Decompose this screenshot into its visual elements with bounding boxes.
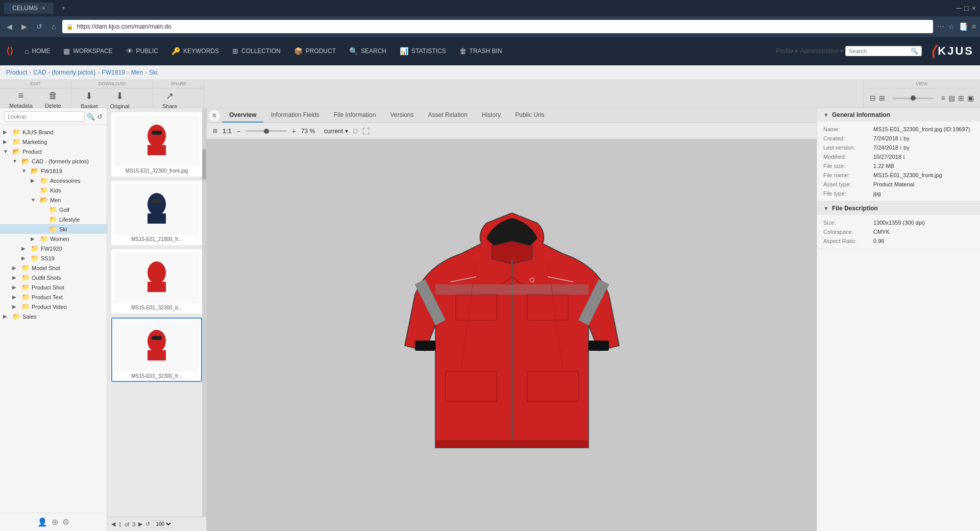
sidebar-item-kids[interactable]: 📁 Kids [0,185,107,195]
profile-dropdown[interactable]: Profile ▾ [776,47,798,55]
nav-workspace[interactable]: ▦ WORKSPACE [57,37,118,65]
sidebar-item-fw1920[interactable]: ▶ 📁 FW1920 [0,244,107,253]
nav-keywords[interactable]: 🔑 KEYWORDS [165,37,225,65]
toggle-ss19[interactable]: ▶ [21,255,29,261]
version-toggle[interactable]: □ [353,127,357,135]
toggle-product-text[interactable]: ▶ [12,294,19,300]
browser-tab[interactable]: CELUMS × [4,3,54,14]
sidebar-item-marketing[interactable]: ▶ 📁 Marketing [0,137,107,147]
breadcrumb-cad[interactable]: CAD - (formerly pictos) [33,69,95,76]
toggle-women[interactable]: ▶ [31,236,38,242]
back-btn[interactable]: ◀ [4,21,15,32]
forward-btn[interactable]: ▶ [19,21,30,32]
sidebar-item-cad[interactable]: ▼ 📂 CAD - (formerly pictos) [0,156,107,166]
breadcrumb-product[interactable]: Product [6,69,27,76]
toggle-product-shot[interactable]: ▶ [12,284,19,290]
nav-public[interactable]: 👁 PUBLIC [120,37,164,65]
next-page-btn[interactable]: ▶ [138,521,142,527]
tab-file-information[interactable]: File Information [327,108,383,123]
sidebar-item-product-shot[interactable]: ▶ 📁 Product Shot [0,282,107,292]
toggle-cad[interactable]: ▼ [12,158,19,164]
delete-btn[interactable]: 🗑 Delete [40,88,66,111]
asset-thumb-1[interactable]: MS15-E01_32300_front.jpg [111,112,202,177]
basket-btn[interactable]: ⬇ Basket [76,88,103,111]
close-window-btn[interactable]: × [972,4,976,12]
toggle-sales[interactable]: ▶ [3,313,10,319]
sidebar-item-lifestyle[interactable]: 📁 Lifestyle [0,214,107,224]
sidebar-layers-icon[interactable]: ⊕ [52,517,58,527]
sidebar-item-fw1819[interactable]: ▼ 📂 FW1819 [0,166,107,176]
grid-view-2-btn[interactable]: ⊞ [879,94,885,102]
sidebar-item-product[interactable]: ▼ 📂 Product [0,147,107,156]
home-btn[interactable]: ⌂ [49,21,58,32]
toggle-kjus-brand[interactable]: ▶ [3,129,10,135]
nav-statistics[interactable]: 📊 STATISTICS [394,37,452,65]
toggle-outfit-shots[interactable]: ▶ [12,275,19,280]
per-page-select[interactable]: 100 50 25 [153,520,173,528]
metadata-btn[interactable]: ≡ Metadata [4,88,38,111]
fullscreen-btn[interactable]: ⛶ [362,127,370,135]
nav-collection[interactable]: ⊞ COLLECTION [226,37,287,65]
prop-section-file-desc-header[interactable]: ▼ File Description [817,202,980,215]
asset-thumb-2[interactable]: MS15-E01_21800_fr... [111,181,202,245]
nav-search[interactable]: 🔍 SEARCH [343,37,393,65]
sidebar-item-sales[interactable]: ▶ 📁 Sales [0,311,107,321]
header-search-input[interactable] [849,48,911,54]
sidebar-item-product-text[interactable]: ▶ 📁 Product Text [0,292,107,302]
toggle-fw1920[interactable]: ▶ [21,246,29,251]
list-view-btn[interactable]: ≡ [941,94,945,102]
sidebar-item-ski[interactable]: 📁 Ski [0,224,107,234]
zoom-slider[interactable] [246,130,287,132]
tile-view-btn[interactable]: ▣ [967,94,974,102]
asset-thumb-3[interactable]: MS15-E01_32300_b... [111,249,202,313]
lookup-search-btn[interactable]: 🔍 [87,113,95,120]
reload-btn[interactable]: ↺ [34,21,45,32]
maximize-btn[interactable]: □ [964,4,968,12]
sidebar-user-icon[interactable]: 👤 [37,517,47,527]
sidebar-item-accessoires[interactable]: ▶ 📁 Accessoires [0,176,107,185]
tab-overview[interactable]: Overview [222,108,263,123]
general-toggle-icon[interactable]: ▼ [823,112,829,118]
tab-close-btn[interactable]: × [42,5,45,12]
tab-versions[interactable]: Versions [383,108,421,123]
prev-page-btn[interactable]: ◀ [111,521,115,527]
sidebar-item-model-shot[interactable]: ▶ 📁 Model Shot [0,263,107,273]
toggle-fw1819[interactable]: ▼ [21,168,29,174]
toggle-product-video[interactable]: ▶ [12,304,19,309]
sidebar-item-kjus-brand[interactable]: ▶ 📁 KJUS Brand [0,127,107,137]
detail-close-btn[interactable]: × [209,110,220,122]
breadcrumb-men[interactable]: Men [131,69,143,76]
zoom-in-btn[interactable]: + [292,127,296,135]
detail-view-btn[interactable]: ▤ [948,94,955,102]
header-search-box[interactable]: 🔍 [845,46,922,56]
tab-history[interactable]: History [475,108,508,123]
nav-home[interactable]: ⌂ HOME [18,37,56,65]
toggle-model-shot[interactable]: ▶ [12,265,19,271]
minimize-btn[interactable]: ─ [956,4,961,12]
lookup-refresh-btn[interactable]: ↺ [97,113,103,120]
toggle-men[interactable]: ▼ [31,197,38,203]
zoom-out-btn[interactable]: − [236,127,240,135]
toggle-accessoires[interactable]: ▶ [31,178,38,183]
refresh-btn[interactable]: ↺ [145,521,150,527]
nav-trash[interactable]: 🗑 TRASH BIN [453,37,508,65]
new-tab-btn[interactable]: + [58,3,69,14]
tab-information-fields[interactable]: Information Fields [263,108,326,123]
lookup-input[interactable] [4,111,85,122]
prop-section-general-header[interactable]: ▼ General Information [817,108,980,122]
asset-scrollbar-track[interactable] [202,108,206,517]
sidebar-item-product-video[interactable]: ▶ 📁 Product Video [0,302,107,311]
url-bar[interactable]: 🔒 https://dam.kjus.com/main/main.do [62,20,933,33]
tab-asset-relation[interactable]: Asset Relation [421,108,474,123]
file-desc-toggle-icon[interactable]: ▼ [823,205,829,211]
view-zoom-slider[interactable] [893,98,934,99]
sidebar-item-ss19[interactable]: ▶ 📁 SS19 [0,253,107,263]
asset-scrollbar-thumb[interactable] [202,149,206,180]
sidebar-item-men[interactable]: ▼ 📂 Men [0,195,107,205]
breadcrumb-fw1819[interactable]: FW1819 [102,69,125,76]
reading-btn[interactable]: ≡ [972,22,976,31]
sidebar-item-women[interactable]: ▶ 📁 Women [0,234,107,244]
thumb-view-btn[interactable]: ⊞ [958,94,964,102]
tab-public-uris[interactable]: Public Uris [508,108,551,123]
extensions-btn[interactable]: ⋯ [937,22,944,31]
